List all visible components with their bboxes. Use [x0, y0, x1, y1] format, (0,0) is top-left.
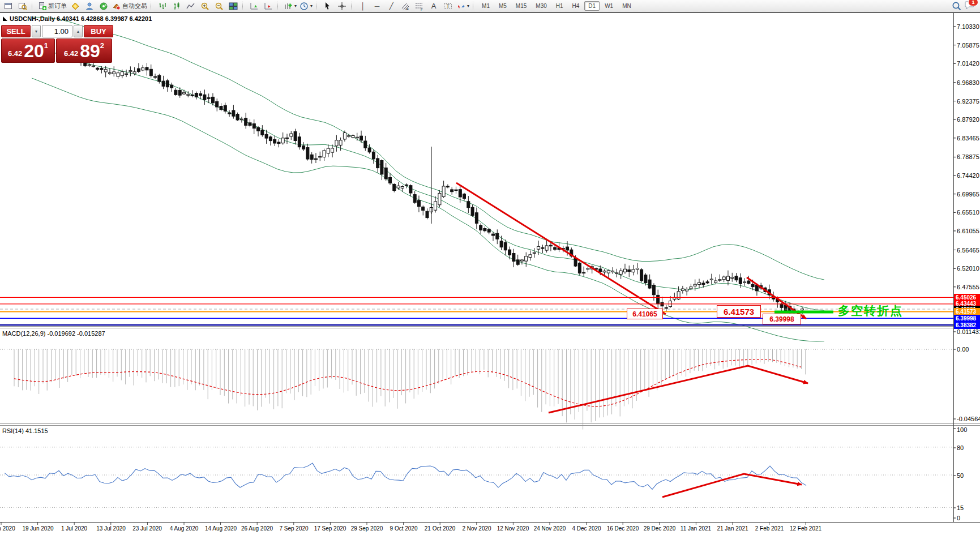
sell-price-big: 20	[24, 42, 44, 60]
channel-button[interactable]: E	[399, 1, 412, 11]
clock-icon	[299, 2, 309, 11]
buy-price-box[interactable]: 6.42 89 2	[56, 38, 112, 63]
timeframe-button-D1[interactable]: D1	[584, 1, 600, 11]
zoom-out-button[interactable]	[212, 1, 226, 11]
vertical-line-button[interactable]: │	[356, 1, 370, 11]
zoom-in-button[interactable]	[198, 1, 212, 11]
text-icon: A	[431, 2, 436, 10]
fibonacci-button[interactable]: F	[413, 1, 426, 11]
equidistant-channel-icon: E	[401, 2, 410, 11]
chart-canvas[interactable]	[0, 0, 980, 535]
new-order-icon	[38, 2, 47, 11]
timeframe-group: M1M5M15M30H1H4D1W1MN	[478, 1, 635, 11]
buy-price-small: 6.42	[64, 49, 78, 58]
arrows-dropdown-caret[interactable]: ▾	[467, 3, 469, 8]
line-chart-icon	[186, 2, 195, 11]
volume-down-button[interactable]: ▼	[32, 25, 41, 37]
new-order-button[interactable]: 新订单	[37, 1, 68, 11]
text-label-button[interactable]: T	[441, 1, 455, 11]
periods-button[interactable]: ▾	[298, 1, 314, 11]
periods-dropdown-caret[interactable]: ▾	[310, 3, 313, 8]
chart-title: USDCNH-,Daily 6.40341 6.42868 6.39987 6.…	[3, 15, 152, 22]
chart-shift-icon	[264, 2, 273, 11]
toolbar-separator	[32, 2, 35, 10]
bar-chart-icon	[158, 2, 167, 11]
tile-windows-icon	[229, 2, 238, 11]
candlestick-icon	[172, 2, 181, 11]
rsi-indicator-label: RSI(14) 41.1515	[2, 427, 48, 434]
crosshair-icon	[337, 2, 346, 11]
autotrading-button[interactable]: 自动交易	[111, 1, 148, 11]
arrows-icon	[456, 2, 465, 11]
chart-shift-button[interactable]	[262, 1, 275, 11]
timeframe-button-M1[interactable]: M1	[478, 1, 494, 11]
annotation-price-low2[interactable]: 6.39998	[763, 314, 801, 324]
text-button[interactable]: A	[427, 1, 440, 11]
terminal-button[interactable]	[83, 1, 96, 11]
candlestick-button[interactable]	[170, 1, 183, 11]
horizontal-line-icon: ─	[375, 3, 380, 10]
timeframe-button-M15[interactable]: M15	[512, 1, 530, 11]
terminal-icon	[85, 2, 94, 11]
chart-profiles-icon	[18, 2, 27, 11]
autotrading-label: 自动交易	[122, 2, 147, 10]
cursor-button[interactable]	[321, 1, 335, 11]
line-chart-button[interactable]	[184, 1, 198, 11]
buy-button[interactable]: BUY	[84, 25, 113, 37]
horizontal-line-button[interactable]: ─	[370, 1, 384, 11]
svg-text:F: F	[421, 7, 423, 11]
buy-price-sup: 2	[100, 41, 104, 50]
arrows-button[interactable]: ▾	[455, 1, 470, 11]
new-chart-button[interactable]	[2, 1, 15, 11]
svg-text:E: E	[406, 7, 409, 11]
indicators-icon	[284, 2, 293, 11]
chat-button[interactable]: 1	[965, 1, 975, 12]
chart-title-text: USDCNH-,Daily 6.40341 6.42868 6.39987 6.…	[10, 15, 152, 22]
volume-up-button[interactable]: ▲	[74, 25, 83, 37]
cursor-icon	[323, 2, 332, 11]
indicators-dropdown-caret[interactable]: ▾	[294, 3, 297, 8]
toolbar-separator	[351, 2, 354, 10]
toolbar: 新订单 自动交易	[0, 0, 980, 12]
notification-badge: 1	[968, 0, 978, 6]
toolbar-right: 1	[952, 1, 978, 12]
timeframe-button-M5[interactable]: M5	[495, 1, 511, 11]
crosshair-button[interactable]	[335, 1, 349, 11]
timeframe-button-H1[interactable]: H1	[552, 1, 567, 11]
macd-indicator-label: MACD(12,26,9) -0.019692 -0.015287	[2, 330, 105, 337]
autotrading-icon	[112, 2, 121, 11]
mt4-window: 新订单 自动交易	[0, 0, 980, 535]
auto-scroll-button[interactable]	[247, 1, 261, 11]
annotation-price-peak[interactable]: 6.41573	[717, 305, 761, 318]
metaeditor-button[interactable]	[69, 1, 82, 11]
sell-price-sup: 1	[44, 41, 48, 50]
tile-windows-button[interactable]	[226, 1, 240, 11]
new-order-label: 新订单	[48, 2, 67, 10]
sell-price-small: 6.42	[8, 49, 22, 58]
zoom-out-icon	[215, 2, 224, 11]
search-icon[interactable]	[952, 1, 961, 11]
vertical-line-icon: │	[361, 3, 365, 10]
turning-point-annotation[interactable]: 多空转折点	[838, 303, 903, 319]
sell-price-box[interactable]: 6.42 20 1	[1, 38, 55, 63]
annotation-price-low[interactable]: 6.41065	[627, 309, 663, 319]
trendline-button[interactable]: ╱	[384, 1, 398, 11]
zoom-in-icon	[200, 2, 209, 11]
timeframe-button-H4[interactable]: H4	[568, 1, 584, 11]
toolbar-separator	[316, 2, 319, 10]
bar-chart-button[interactable]	[156, 1, 169, 11]
auto-scroll-icon	[250, 2, 259, 11]
toolbar-separator	[242, 2, 245, 10]
volume-input[interactable]	[42, 25, 72, 37]
strategy-tester-icon	[99, 2, 108, 11]
text-label-icon: T	[443, 2, 452, 11]
timeframe-button-W1[interactable]: W1	[601, 1, 617, 11]
toolbar-separator	[277, 2, 280, 10]
sell-button[interactable]: SELL	[1, 25, 31, 37]
buy-price-big: 89	[80, 42, 100, 60]
strategy-tester-button[interactable]	[97, 1, 110, 11]
indicators-button[interactable]: ▾	[283, 1, 298, 11]
timeframe-button-MN[interactable]: MN	[618, 1, 635, 11]
timeframe-button-M30[interactable]: M30	[532, 1, 550, 11]
chart-profiles-button[interactable]	[16, 1, 29, 11]
